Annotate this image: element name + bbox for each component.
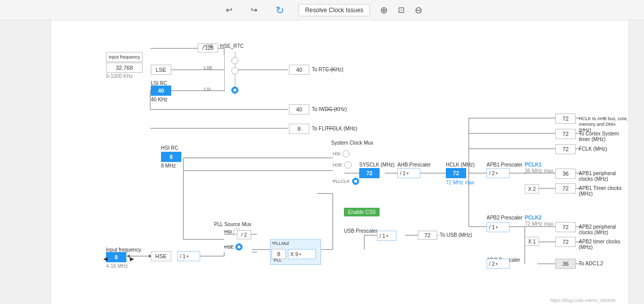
pll-label-text: PLL <box>274 258 282 263</box>
system-clock-mux-label: System Clock Mux <box>331 140 373 146</box>
usb-dropdown-arrow: ▾ <box>386 234 388 238</box>
usb-prescaler-dropdown[interactable]: / 1 ▾ <box>377 231 396 241</box>
apb1-periph-value-box[interactable]: 36 <box>555 169 576 179</box>
apb1-dropdown-arrow: ▾ <box>496 171 498 176</box>
sysclk-mux-pll-radio[interactable] <box>352 178 359 185</box>
lse-box[interactable]: LSE <box>151 65 171 75</box>
resolve-clock-button[interactable]: Resolve Clock Issues <box>299 4 370 16</box>
pclk1-max-label: 36 MHz max <box>525 168 553 174</box>
hse-pll-label: HSE <box>224 244 234 250</box>
hse-freq-left-arrow[interactable]: ◄ <box>102 255 109 263</box>
iwdg-value-box[interactable]: 40 <box>289 104 309 115</box>
hsi-box[interactable]: 8 <box>161 152 181 162</box>
hclk-value-box[interactable]: 72 <box>446 168 466 178</box>
pllmul-label: *PLLMul <box>272 241 289 246</box>
hse-div1-dropdown-arrow: ▾ <box>186 254 189 259</box>
apb1-x2-box: X 2 <box>525 184 539 194</box>
input-freq-top-label: Input frequency <box>106 52 143 62</box>
hclk-max-label: 72 MHz max <box>446 180 474 185</box>
watermark: https://blog.csdn.net/ori_365848 <box>550 298 611 301</box>
apb1-periph-dest-label: APB1 peripheral clocks (MHz) <box>579 171 629 182</box>
apb2-periph-dest-label: APB2 peripheral clocks (MHz) <box>579 224 629 235</box>
ahb-prescaler-dropdown[interactable]: / 1 ▾ <box>397 168 420 178</box>
flitfclk-value-box[interactable]: 8 <box>289 124 309 134</box>
hse-rtc-label: HSE_RTC <box>220 43 244 49</box>
pll-mul-dropdown[interactable]: X 9 ▾ <box>288 249 316 259</box>
undo-button[interactable]: ↩ <box>222 3 236 17</box>
fclk-dest-label: FCLK (MHz) <box>579 146 607 152</box>
right-panel <box>629 20 644 304</box>
hsi-pll-label: HSI <box>224 229 232 234</box>
usb-prescaler-label: USB Prescaler <box>344 228 378 234</box>
usb-value-box[interactable]: 72 <box>418 231 437 240</box>
sysclk-value-box[interactable]: 72 <box>359 168 380 178</box>
zoom-out-icon[interactable]: ⊖ <box>415 5 422 16</box>
rtc-mux-radio-hse[interactable] <box>231 57 238 64</box>
flitfclk-dest-label: To FLITFCLK (MHz) <box>312 126 357 131</box>
cortex-dest-label: To Cortex System timer (MHz) <box>579 131 629 142</box>
zoom-in-icon[interactable]: ⊕ <box>380 5 388 16</box>
sysclk-mux-hse-radio[interactable] <box>344 161 352 169</box>
apb2-periph-value-box[interactable]: 72 <box>555 222 576 232</box>
rtc-mux-radio-lsi[interactable] <box>231 87 238 94</box>
hse-tag: HSE <box>204 43 213 48</box>
hsi-mhz-label: 8 MHz <box>161 163 176 169</box>
hse-div1-dropdown[interactable]: / 1 ▾ <box>177 251 200 261</box>
hse-mux-label: HSE <box>333 162 342 168</box>
apb2-dropdown-arrow: ▾ <box>496 225 498 230</box>
ahb-prescaler-label: AHB Prescaler <box>397 162 431 168</box>
pllclk-mux-label: PLLCLK <box>333 179 350 184</box>
zoom-fit-icon[interactable]: ⊡ <box>398 5 405 15</box>
pclk2-label: PCLK2 <box>525 215 542 220</box>
usb-dest-label: To USB (MHz) <box>440 232 472 238</box>
lsi-box[interactable]: 40 <box>151 86 171 96</box>
lsi-khz-label: 40 KHz <box>151 97 168 102</box>
pll-src-hse-radio[interactable] <box>235 243 243 251</box>
hse-freq-right-arrow[interactable]: ► <box>128 255 136 263</box>
pclk1-label: PCLK1 <box>525 162 542 168</box>
hclk-ahb-value-box[interactable]: 72 <box>555 114 576 124</box>
pll-mul-dropdown-arrow: ▾ <box>299 252 301 257</box>
apb2-prescaler-dropdown[interactable]: / 1 ▾ <box>487 222 509 232</box>
lse-tag: LSE <box>204 65 212 70</box>
input-freq-bot-range-label: 4-16 MHz <box>106 263 128 269</box>
rtc-mux-radio-lse[interactable] <box>231 67 238 74</box>
hclk-label: HCLK (MHz) <box>446 162 475 168</box>
sysclk-label: SYSCLK (MHz) <box>359 162 394 168</box>
sysclk-mux-hsi-radio[interactable] <box>342 150 350 157</box>
adc-prescaler-dropdown[interactable]: / 2 ▾ <box>487 259 509 269</box>
iwdg-dest-label: To IWDG (KHz) <box>312 106 347 112</box>
apb2-x1-box: X 1 <box>525 237 539 246</box>
pll-div2-box[interactable]: / 2 <box>237 230 251 239</box>
fclk-value-box[interactable]: 72 <box>555 144 576 154</box>
refresh-button[interactable]: ↻ <box>272 2 288 18</box>
toolbar: ↩ ↪ ↻ Resolve Clock Issues ⊕ ⊡ ⊖ <box>0 0 644 20</box>
input-freq-top-value[interactable]: 32.768 <box>106 63 143 73</box>
adc-dest-label: To ADC1,2 <box>579 261 603 266</box>
pll-container: *PLLMul 8 X 9 ▾ PLL <box>270 239 321 265</box>
rtc-dest-label: To RTC (KHz) <box>312 67 343 72</box>
apb1-timer-value-box[interactable]: 72 <box>555 183 576 194</box>
pll-source-mux-label: PLL Source Mux <box>214 222 252 227</box>
enable-css-button[interactable]: Enable CSS <box>344 208 380 216</box>
hsi-rc-label: HSI RC <box>161 145 178 151</box>
pclk2-max-label: 72 MHz max <box>525 221 553 227</box>
redo-button[interactable]: ↪ <box>247 3 261 17</box>
adc-dropdown-arrow: ▾ <box>496 262 498 266</box>
apb2-timer-dest-label: APB2 timer clocks (MHz) <box>579 239 629 250</box>
rtc-value-box[interactable]: 40 <box>289 65 309 75</box>
apb1-timer-dest-label: APB1 Timer clocks (MHz) <box>579 185 629 197</box>
hse-box[interactable]: HSE <box>151 251 171 261</box>
apb1-prescaler-dropdown[interactable]: / 2 ▾ <box>487 168 509 178</box>
ahb-dropdown-arrow: ▾ <box>407 171 409 176</box>
system-clock-mux: HSI HSE PLLCLK <box>333 150 359 185</box>
main-area: Input frequency 32.768 0-1000 KHz LSE LS… <box>0 20 644 304</box>
lsi-tag: LSI <box>204 87 211 92</box>
apb2-timer-value-box[interactable]: 72 <box>555 237 576 247</box>
input-freq-top-range: 0-1000 KHz <box>106 73 133 79</box>
apb1-prescaler-label: APB1 Prescaler <box>487 162 523 168</box>
adc-value-box: 36 <box>555 259 576 269</box>
input-freq-bot-value-box[interactable]: 8 <box>106 252 126 262</box>
cortex-value-box[interactable]: 72 <box>555 129 576 139</box>
apb2-prescaler-label: APB2 Prescaler <box>487 215 523 220</box>
